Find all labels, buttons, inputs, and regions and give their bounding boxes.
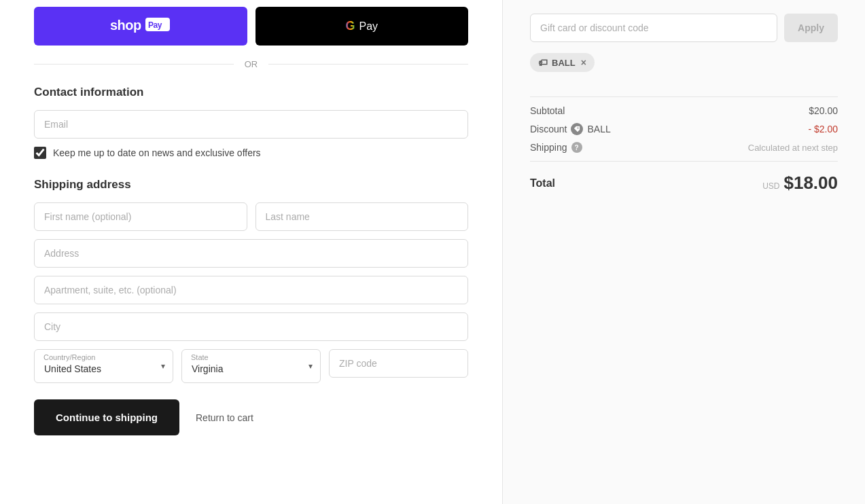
newsletter-row: Keep me up to date on news and exclusive…	[34, 147, 468, 159]
subtotal-row: Subtotal $20.00	[530, 105, 838, 116]
right-panel: Apply 🏷 BALL × Subtotal $20.00 Discount …	[503, 0, 865, 504]
tag-remove-button[interactable]: ×	[581, 58, 586, 67]
google-g-icon: G	[345, 19, 355, 33]
tag-icon: 🏷	[538, 57, 548, 68]
total-amount: $18.00	[783, 173, 838, 194]
newsletter-checkbox[interactable]	[34, 147, 46, 159]
zip-group	[329, 349, 468, 383]
summary-divider-bottom	[530, 161, 838, 162]
country-select-wrap: Country/Region United States ▾	[34, 349, 173, 383]
discount-row-summary: Discount BALL - $2.00	[530, 123, 838, 135]
state-select[interactable]: Virginia	[181, 349, 321, 383]
zip-input[interactable]	[329, 349, 468, 378]
discount-label: Discount	[530, 124, 567, 134]
first-name-input[interactable]	[34, 202, 247, 231]
discount-tag-icon	[571, 123, 583, 135]
subtotal-amount: $20.00	[809, 105, 838, 116]
city-input[interactable]	[34, 312, 468, 341]
shop-pay-button[interactable]: shop Pay	[34, 7, 247, 46]
google-pay-button[interactable]: G Pay	[255, 7, 469, 46]
discount-label-wrap: Discount BALL	[530, 123, 611, 135]
svg-point-4	[578, 128, 579, 129]
shipping-row: Shipping ? Calculated at next step	[530, 142, 838, 153]
shipping-label: Shipping	[530, 142, 567, 153]
svg-marker-3	[574, 126, 580, 132]
address-input[interactable]	[34, 239, 468, 268]
payment-buttons: shop Pay G Pay	[34, 7, 468, 46]
country-select[interactable]: United States	[34, 349, 173, 383]
summary-divider-top	[530, 96, 838, 97]
shipping-label-wrap: Shipping ?	[530, 142, 582, 153]
location-row: Country/Region United States ▾ State Vir…	[34, 349, 468, 383]
total-row: Total USD $18.00	[530, 173, 838, 194]
total-currency: USD	[762, 181, 779, 191]
email-input[interactable]	[34, 110, 468, 139]
name-row	[34, 202, 468, 231]
left-panel: shop Pay G Pay OR Contact information	[0, 0, 503, 504]
or-text: OR	[245, 59, 258, 69]
actions-row: Continue to shipping Return to cart	[34, 399, 468, 435]
subtotal-label: Subtotal	[530, 105, 565, 116]
or-divider: OR	[34, 59, 468, 69]
return-to-cart-link[interactable]: Return to cart	[196, 412, 253, 423]
total-amount-wrap: USD $18.00	[762, 173, 838, 194]
newsletter-label: Keep me up to date on news and exclusive…	[53, 147, 261, 158]
city-group	[34, 312, 468, 341]
state-select-wrap: State Virginia ▾	[181, 349, 321, 383]
last-name-input[interactable]	[255, 202, 469, 231]
discount-input-row: Apply	[530, 14, 838, 42]
total-label: Total	[530, 177, 555, 190]
shipping-value: Calculated at next step	[748, 143, 838, 153]
discount-tag-name: BALL	[587, 124, 610, 134]
contact-section: Contact information Keep me up to date o…	[34, 86, 468, 159]
discount-code-input[interactable]	[530, 14, 777, 42]
shop-pay-logo: shop Pay	[110, 16, 171, 36]
apartment-group	[34, 276, 468, 304]
continue-to-shipping-button[interactable]: Continue to shipping	[34, 399, 179, 435]
shipping-section-title: Shipping address	[34, 178, 468, 192]
shipping-help-icon[interactable]: ?	[571, 142, 582, 153]
apartment-input[interactable]	[34, 276, 468, 304]
shipping-section: Shipping address Country/Region United	[34, 178, 468, 383]
email-group	[34, 110, 468, 139]
applied-discount-tag: 🏷 BALL ×	[530, 53, 595, 72]
address-group	[34, 239, 468, 268]
svg-text:Pay: Pay	[148, 20, 162, 30]
discount-amount: - $2.00	[808, 124, 838, 134]
contact-section-title: Contact information	[34, 86, 468, 99]
gpay-label: Pay	[359, 20, 378, 33]
apply-discount-button[interactable]: Apply	[784, 14, 838, 42]
svg-text:shop: shop	[110, 18, 141, 33]
tag-label: BALL	[552, 58, 576, 68]
